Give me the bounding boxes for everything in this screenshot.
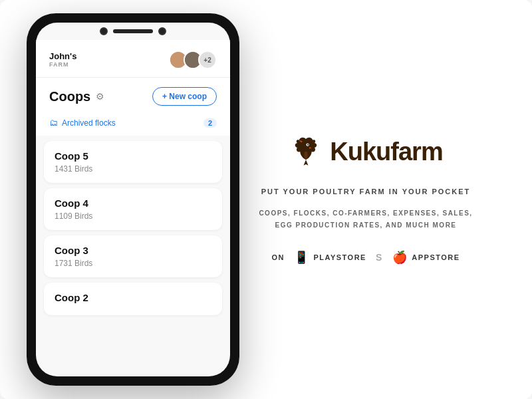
coop-card-4[interactable]: Coop 4 1109 Birds [44, 188, 222, 230]
avatar-extra-count[interactable]: +2 [198, 51, 217, 69]
camera-icon [100, 27, 108, 35]
coop-list: Coop 5 1431 Birds Coop 4 1109 Birds Coop… [36, 136, 230, 376]
logo-text: Kukufarm [330, 138, 442, 166]
playstore-label: Playstore [313, 253, 366, 261]
coop-card-5[interactable]: Coop 5 1431 Birds [44, 141, 222, 183]
archived-flocks-link[interactable]: 🗂 Archived flocks [49, 118, 116, 128]
archived-count-badge: 2 [203, 118, 217, 128]
coop-name-3: Coop 3 [55, 245, 211, 256]
coops-title: Coops [49, 89, 90, 104]
coops-header: Coops ⚙ + New coop [36, 78, 230, 112]
archive-icon: 🗂 [49, 118, 58, 128]
phone-mockup: John's FARM +2 [27, 13, 239, 386]
coop-card-3[interactable]: Coop 3 1731 Birds [44, 235, 222, 277]
stores-on-label: ON [271, 253, 285, 261]
tagline: Put your poultry farm in your pocket [261, 188, 471, 196]
main-page: John's FARM +2 [0, 0, 532, 399]
svg-point-1 [307, 144, 309, 146]
appstore-label: Appstore [412, 253, 460, 261]
camera-icon-2 [158, 27, 166, 35]
store-row: ON 📱 Playstore S 🍎 Appstore [271, 250, 460, 265]
store-divider: S [376, 252, 383, 263]
farm-name: John's [49, 52, 76, 61]
coop-birds-4: 1109 Birds [55, 211, 211, 221]
phone-notch [36, 23, 230, 40]
coops-title-group: Coops ⚙ [49, 89, 104, 104]
avatar-group: +2 [169, 51, 217, 69]
farm-info: John's FARM [49, 52, 76, 68]
kukufarm-logo-icon [289, 134, 323, 169]
archived-bar: 🗂 Archived flocks 2 [36, 112, 230, 136]
coop-birds-3: 1731 Birds [55, 259, 211, 268]
appstore-button[interactable]: 🍎 Appstore [392, 250, 460, 265]
archived-label: Archived flocks [62, 118, 116, 128]
coop-birds-5: 1431 Birds [55, 164, 211, 174]
filter-icon[interactable]: ⚙ [96, 91, 104, 102]
app-header: John's FARM +2 [36, 40, 230, 78]
playstore-button[interactable]: 📱 Playstore [294, 250, 366, 265]
coop-name-2: Coop 2 [55, 292, 211, 303]
coop-name-5: Coop 5 [55, 150, 211, 162]
coop-name-4: Coop 4 [55, 198, 211, 209]
farm-sub: FARM [49, 61, 76, 68]
phone-screen: John's FARM +2 [36, 23, 230, 376]
branding-section: Kukufarm Put your poultry farm in your p… [239, 134, 492, 265]
logo-row: Kukufarm [289, 134, 442, 169]
playstore-icon: 📱 [294, 250, 310, 265]
appstore-icon: 🍎 [392, 250, 408, 265]
coop-card-2[interactable]: Coop 2 [44, 283, 222, 315]
features-text: COOPS, FLOCKS, CO-FARMERS, EXPENSES, SAL… [259, 207, 472, 231]
speaker [113, 29, 153, 33]
new-coop-button[interactable]: + New coop [152, 87, 217, 106]
